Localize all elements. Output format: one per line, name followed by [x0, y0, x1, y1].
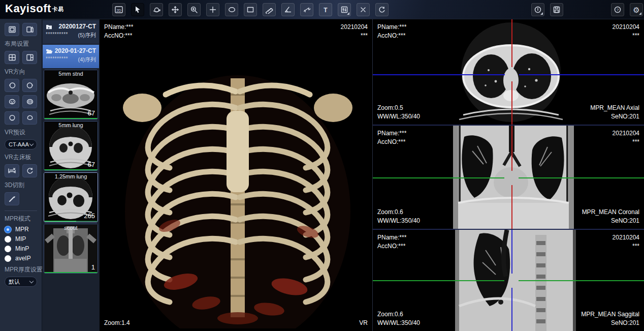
window-level-button[interactable]	[338, 3, 351, 16]
svg-text:?: ?	[617, 8, 619, 12]
mpr-sagittal-viewport[interactable]: PName:*** AccNO:*** 20210204 *** Zoom:0.…	[373, 229, 644, 331]
coronal-zoom-overlay: Zoom:0.6 WW/WL:350/40	[377, 208, 420, 225]
top-toolbar: Kayisoft卡易 2D	[0, 0, 644, 19]
thumbnail-progress-bar	[44, 118, 98, 119]
reset-button[interactable]	[375, 3, 389, 16]
series-thumbnail-1-25mm-lung[interactable]: 1.25mm lung 265	[44, 172, 98, 222]
info-button[interactable]	[531, 3, 544, 16]
layout-swap-icon	[26, 25, 34, 34]
mpr-label-text: MPR_MEAN Saggital	[581, 310, 639, 319]
layout-right-panel-button[interactable]	[22, 51, 37, 64]
vr-dir-top-button[interactable]	[5, 111, 19, 125]
study-item-selected[interactable]: 2020-01-27-CT ********** (4)序列	[43, 45, 99, 68]
head-back-icon	[26, 98, 34, 106]
vr-dir-right-button[interactable]	[22, 79, 37, 92]
study-item[interactable]: 20200127-CT ********** (5)序列	[43, 20, 99, 44]
thumbnail-progress-bar	[44, 221, 76, 222]
layout-settings-label: 布局设置	[5, 40, 37, 48]
vr-reset-button[interactable]	[22, 164, 37, 177]
series-thumbnail-5mm-stnd[interactable]: 5mm stnd 67	[44, 70, 98, 119]
vr-dir-bottom-button[interactable]	[22, 111, 37, 125]
coronal-patient-overlay: PName:*** AccNO:***	[377, 129, 406, 146]
left-sidebar: 布局设置 VR方向	[0, 19, 42, 331]
length-button[interactable]	[263, 3, 276, 16]
layout-grid-2x2-button[interactable]	[5, 51, 19, 64]
thumbnail-label: scout	[44, 225, 98, 231]
settings-button[interactable]: ⚙	[630, 3, 643, 16]
axial-zoom-overlay: Zoom:0.5 WW/WL:350/40	[377, 104, 420, 121]
mpr-2d-icon: 2D	[114, 5, 123, 14]
thumbnail-count: 265	[84, 212, 95, 220]
radio-mpr[interactable]: MPR	[5, 226, 37, 233]
thumbnail-label: 1.25mm lung	[44, 173, 98, 179]
vr-dir-left-button[interactable]	[5, 79, 19, 92]
accno-text: AccNO:***	[377, 242, 406, 251]
mpr-axial-viewport[interactable]: PName:*** AccNO:*** 20210204 *** Zoom:0.…	[373, 19, 644, 125]
thumbnail-label: 5mm stnd	[44, 71, 98, 77]
mpr-2d-button[interactable]: 2D	[112, 3, 125, 16]
app-logo: Kayisoft卡易	[5, 2, 64, 15]
pname-text: PName:***	[377, 233, 406, 242]
wwwl-text: WW/WL:350/40	[377, 319, 420, 327]
rectangle-icon	[246, 6, 254, 14]
text-button[interactable]: T	[319, 3, 332, 16]
help-button[interactable]: ?	[611, 3, 624, 16]
cobb-angle-button[interactable]	[300, 3, 313, 16]
vr-study-overlay: 20210204 ***	[341, 23, 368, 40]
pname-text: PName:***	[104, 23, 133, 32]
vr-type-overlay: VR	[359, 319, 368, 327]
accno-text: AccNO:***	[377, 138, 406, 146]
window-level-icon	[340, 6, 348, 14]
info-icon	[534, 6, 542, 14]
angle-button[interactable]	[281, 3, 295, 16]
vr-ribcage-render	[121, 64, 355, 328]
vr-preset-label: VR预设	[5, 128, 37, 137]
ellipse-icon	[228, 6, 236, 14]
vr-dir-front-button[interactable]	[5, 95, 19, 108]
coronal-series-overlay: MPR_MEAN Coronal SeNO:201	[582, 208, 639, 225]
vr-viewport[interactable]: PName:*** AccNO:*** 20210204 *** Zoom:1.…	[100, 19, 372, 331]
head-front-icon	[8, 98, 16, 106]
vr-dir-back-button[interactable]	[22, 95, 37, 108]
rotate-3d-icon	[152, 6, 161, 14]
cursor-button[interactable]	[131, 3, 144, 16]
layout-default-button[interactable]	[5, 23, 19, 36]
cut-3d-button[interactable]	[5, 192, 19, 205]
rectangle-button[interactable]	[244, 3, 257, 16]
mpr-label-text: MPR_MEAN Coronal	[582, 208, 639, 217]
bed-remove-button[interactable]	[5, 164, 19, 177]
mpr-coronal-viewport[interactable]: PName:*** AccNO:*** 20210204 *** Zoom:0.…	[373, 125, 644, 229]
radio-aveip[interactable]: aveIP	[5, 255, 37, 262]
head-left-icon	[8, 81, 16, 89]
vr-preset-select[interactable]: CT-AAA	[5, 139, 37, 149]
folder-open-icon	[46, 48, 53, 54]
ellipse-button[interactable]	[225, 3, 238, 16]
series-thumbnail-scout[interactable]: scout 1	[44, 224, 98, 274]
zoom-in-button[interactable]	[187, 3, 201, 16]
series-thumbnail-5mm-lung[interactable]: 5mm lung 67	[44, 121, 98, 171]
sagittal-patient-overlay: PName:*** AccNO:***	[377, 233, 406, 251]
wwwl-text: WW/WL:350/40	[377, 217, 420, 225]
study-patient: **********	[46, 56, 68, 64]
stars-text: ***	[341, 32, 368, 40]
layout-swap-button[interactable]	[22, 23, 37, 36]
delete-button[interactable]	[357, 3, 370, 16]
layout-right-panel-icon	[26, 53, 34, 62]
study-date-text: 20210204	[613, 23, 639, 32]
cursor-icon	[134, 6, 142, 14]
thumbnail-label: 5mm lung	[44, 122, 98, 128]
mpr-thickness-select[interactable]: 默认	[5, 277, 37, 287]
save-button[interactable]	[550, 3, 563, 16]
cobb-angle-icon	[303, 6, 311, 14]
main-tool-group: 2D	[112, 3, 394, 16]
mpr-thickness-value: 默认	[9, 278, 20, 286]
rotate-3d-button[interactable]	[150, 3, 163, 16]
radio-mip[interactable]: MIP	[5, 235, 37, 243]
zoom-text: Zoom:0.5	[377, 104, 420, 112]
far-right-tool-group: ? ⚙	[611, 3, 644, 16]
radio-minp[interactable]: MinP	[5, 245, 37, 252]
zoom-text: Zoom:0.6	[377, 208, 420, 217]
pan-button[interactable]	[169, 3, 182, 16]
stars-text: ***	[613, 32, 639, 40]
crosshair-button[interactable]	[206, 3, 219, 16]
